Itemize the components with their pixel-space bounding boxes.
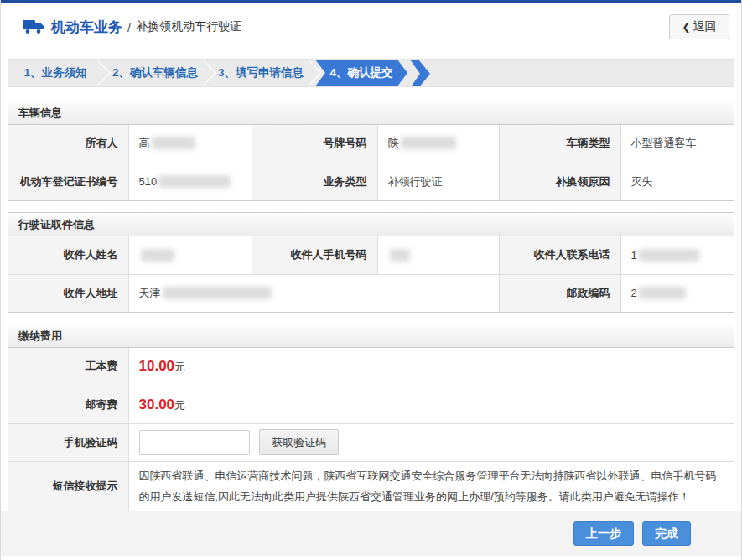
step-label: 1、业务须知	[23, 65, 86, 80]
fee-amount: 30.00	[139, 397, 175, 412]
replace-reason-label: 补换领原因	[499, 163, 620, 200]
table-row: 短信接收提示 因陕西省联通、电信运营商技术问题，陕西省互联网交通安全综合服务管理…	[8, 461, 734, 511]
business-type-value: 补领行驶证	[377, 163, 499, 200]
previous-step-button[interactable]: 上一步	[573, 521, 634, 546]
vehicle-info-table: 所有人 高 号牌号码 陕 车辆类型 小型普通客车 机动车登记证书编号 510 业…	[8, 125, 734, 200]
recipient-mobile-value	[377, 236, 499, 274]
payment-table: 工本费 10.00元 邮寄费 30.00元 手机验证码 获取验证码 短信接收提	[8, 348, 734, 511]
production-fee-value: 10.00元	[128, 348, 734, 386]
step-1-business-notes[interactable]: 1、业务须知	[8, 60, 102, 86]
recipient-phone-value: 1	[620, 236, 734, 274]
active-step-arrowhead	[410, 60, 430, 87]
vehicle-info-section: 车辆信息 所有人 高 号牌号码 陕 车辆类型 小型普通客车 机动车登记证书编号 …	[8, 101, 734, 201]
table-row: 机动车登记证书编号 510 业务类型 补领行驶证 补换领原因 灭失	[8, 163, 734, 200]
recipient-name-value	[128, 236, 252, 274]
postage-fee-value: 30.00元	[128, 386, 734, 423]
value-text: 2	[631, 287, 637, 299]
page: 机动车业务 / 补换领机动车行驶证 ❮ 返回 1、业务须知 2、确认车辆信息 3…	[0, 0, 742, 560]
back-button-label: 返回	[693, 19, 717, 34]
owner-value: 高	[128, 125, 252, 163]
vehicle-type-label: 车辆类型	[499, 125, 620, 163]
finish-button[interactable]: 完成	[642, 521, 691, 546]
sms-code-input[interactable]	[139, 430, 250, 455]
chevron-left-icon: ❮	[682, 21, 690, 33]
step-label: 2、确认车辆信息	[112, 65, 198, 80]
step-4-confirm-submit-active[interactable]: 4、确认提交	[315, 60, 407, 86]
registration-cert-label: 机动车登记证书编号	[8, 163, 128, 200]
recipient-name-label: 收件人姓名	[8, 236, 128, 274]
replace-reason-value: 灭失	[620, 163, 734, 200]
value-text: 陕	[388, 137, 399, 149]
recipient-mobile-label: 收件人手机号码	[252, 236, 377, 274]
fee-unit: 元	[174, 360, 185, 373]
sms-code-label: 手机验证码	[8, 423, 128, 461]
step-wizard: 1、业务须知 2、确认车辆信息 3、填写申请信息 4、确认提交	[8, 59, 734, 87]
postal-code-value: 2	[620, 274, 734, 312]
get-code-button[interactable]: 获取验证码	[259, 429, 339, 455]
redacted-value	[390, 249, 410, 262]
step-label: 3、填写申请信息	[218, 65, 304, 80]
value-text: 天津	[139, 287, 161, 299]
step-3-fill-application[interactable]: 3、填写申请信息	[208, 60, 314, 86]
owner-label: 所有人	[8, 125, 128, 163]
value-text: 1	[631, 249, 637, 262]
pickup-info-section-title: 行驶证取件信息	[8, 213, 734, 236]
table-row: 收件人姓名 收件人手机号码 收件人联系电话 1	[8, 236, 734, 274]
recipient-phone-label: 收件人联系电话	[499, 236, 620, 274]
registration-cert-value: 510	[128, 163, 252, 200]
payment-section: 缴纳费用 工本费 10.00元 邮寄费 30.00元 手机验证码 获取验证码	[8, 324, 734, 511]
redacted-value	[152, 137, 195, 149]
redacted-value	[639, 287, 686, 299]
step-label: 4、确认提交	[329, 65, 392, 80]
breadcrumb-current: 补换领机动车行驶证	[136, 19, 241, 34]
value-text: 510	[139, 175, 158, 188]
value-text: 高	[139, 137, 150, 149]
table-row: 收件人地址 天津 邮政编码 2	[8, 274, 734, 312]
redacted-value	[639, 249, 699, 262]
fee-amount: 10.00	[139, 358, 175, 374]
redacted-value	[401, 137, 456, 149]
footer-action-bar: 上一步 完成	[1, 511, 741, 556]
redacted-value	[158, 175, 231, 188]
postage-fee-label: 邮寄费	[8, 386, 128, 423]
redacted-value	[141, 249, 174, 262]
plate-number-label: 号牌号码	[252, 125, 377, 163]
business-type-label: 业务类型	[252, 163, 377, 200]
pickup-info-table: 收件人姓名 收件人手机号码 收件人联系电话 1 收件人地址 天津 邮政编码 2	[8, 236, 734, 312]
table-row: 所有人 高 号牌号码 陕 车辆类型 小型普通客车	[8, 125, 734, 163]
breadcrumb-separator: /	[127, 20, 131, 34]
page-header: 机动车业务 / 补换领机动车行驶证 ❮ 返回	[1, 3, 741, 50]
plate-number-value: 陕	[377, 125, 499, 163]
truck-icon	[23, 18, 44, 35]
production-fee-label: 工本费	[8, 348, 128, 386]
redacted-value	[163, 287, 272, 299]
back-button[interactable]: ❮ 返回	[669, 14, 729, 39]
page-title: 机动车业务	[51, 18, 122, 37]
payment-section-title: 缴纳费用	[8, 324, 734, 348]
postal-code-label: 邮政编码	[499, 274, 620, 312]
recipient-address-label: 收件人地址	[8, 274, 128, 312]
vehicle-type-value: 小型普通客车	[620, 125, 734, 163]
table-row: 邮寄费 30.00元	[8, 386, 734, 423]
table-row: 手机验证码 获取验证码	[8, 423, 734, 461]
sms-code-cell: 获取验证码	[128, 423, 734, 461]
vehicle-info-section-title: 车辆信息	[8, 101, 734, 125]
fee-unit: 元	[174, 399, 185, 412]
pickup-info-section: 行驶证取件信息 收件人姓名 收件人手机号码 收件人联系电话 1 收件人地址 天津…	[8, 212, 734, 313]
recipient-address-value: 天津	[128, 274, 499, 312]
step-2-confirm-vehicle[interactable]: 2、确认车辆信息	[102, 60, 208, 86]
table-row: 工本费 10.00元	[8, 348, 734, 386]
sms-notice-text: 因陕西省联通、电信运营商技术问题，陕西省互联网交通安全综合服务管理平台无法向持陕…	[128, 461, 734, 511]
sms-notice-label: 短信接收提示	[8, 461, 128, 511]
